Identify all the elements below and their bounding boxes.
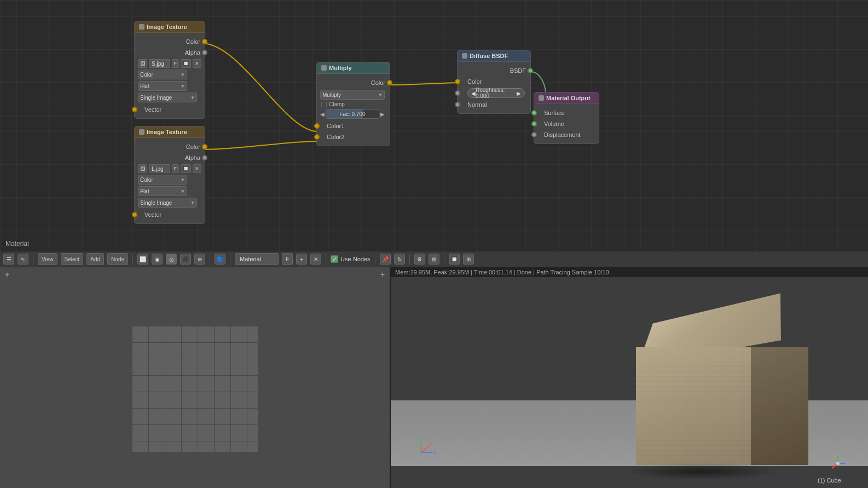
- color2-socket-in[interactable]: [314, 134, 320, 140]
- collapse-btn-output[interactable]: [539, 95, 544, 101]
- sep-2: [132, 254, 133, 265]
- node-image-texture-2[interactable]: Image Texture Color Alpha 🖼 L.jpg F 🔲 ✕: [134, 126, 205, 224]
- image-close-1[interactable]: ✕: [193, 59, 201, 68]
- view-btn[interactable]: View: [38, 253, 57, 265]
- slot-icon[interactable]: 🔵: [215, 254, 225, 265]
- left-panel-add-btn-right[interactable]: +: [378, 269, 387, 279]
- status-bar: Mem:29.95M, Peak:29.95M | Time:00:01.14 …: [391, 267, 868, 277]
- node-type-icon-3[interactable]: ◎: [166, 254, 177, 265]
- image-browse-btn-1[interactable]: 🖼: [138, 59, 147, 68]
- socket-color-out-1: Color: [135, 36, 205, 47]
- node-image-texture-1[interactable]: Image Texture Color Alpha 🖼 S.jpg F 🔲 ✕: [134, 21, 205, 119]
- use-nodes-checkbox[interactable]: ✓: [331, 255, 338, 263]
- source-selector-1[interactable]: Single Image ▼: [138, 93, 197, 102]
- material-name-field[interactable]: Material: [235, 253, 279, 265]
- add-btn[interactable]: Add: [86, 253, 104, 265]
- svg-text:Y: Y: [430, 441, 433, 446]
- color-socket-out-1[interactable]: [202, 39, 207, 44]
- bsdf-socket-out[interactable]: [528, 68, 533, 73]
- filename-1[interactable]: S.jpg: [149, 59, 170, 68]
- node-diffuse-bsdf[interactable]: Diffuse BSDF BSDF Color ◀ Roughness: 0.0…: [457, 50, 531, 114]
- node-type-icon-5[interactable]: ⊕: [194, 254, 205, 265]
- image-close-2[interactable]: ✕: [193, 164, 201, 173]
- displacement-socket-in[interactable]: [531, 132, 537, 137]
- clamp-checkbox[interactable]: [321, 102, 327, 107]
- node-title-output: Material Output: [546, 95, 591, 101]
- node-body-multiply: Color Multiply ▼ Clamp ◀: [317, 74, 390, 146]
- plus-icon[interactable]: +: [296, 254, 307, 265]
- fac-slider[interactable]: Fac: 0.700: [326, 109, 379, 119]
- f-btn-1[interactable]: F: [172, 59, 180, 68]
- roughness-slider[interactable]: ◀ Roughness: 0.000 ▶: [467, 88, 525, 98]
- blend-type-selector[interactable]: Multiply ▼: [320, 90, 385, 100]
- use-nodes-label: Use Nodes: [340, 256, 370, 262]
- node-type-icon-1[interactable]: ⬜: [137, 254, 148, 265]
- file-controls-1: 🖼 S.jpg F 🔲 ✕: [138, 59, 201, 68]
- vector-socket-in-2[interactable]: [132, 212, 137, 217]
- toolbar-menu-icon[interactable]: ☰: [3, 254, 14, 265]
- collapse-btn-multiply[interactable]: [321, 65, 327, 71]
- color-socket-out-multiply[interactable]: [387, 80, 392, 85]
- volume-socket-in[interactable]: [531, 121, 537, 127]
- vector-socket-in-1[interactable]: [132, 107, 137, 112]
- svg-line-4: [421, 446, 429, 452]
- left-panel: + +: [0, 267, 391, 488]
- node-editor[interactable]: Image Texture Color Alpha 🖼 S.jpg F 🔲 ✕: [0, 0, 868, 251]
- f-btn-2[interactable]: F: [172, 164, 180, 173]
- pin-icon[interactable]: 📌: [380, 254, 391, 265]
- color-socket-out-2[interactable]: [202, 144, 207, 150]
- collapse-btn-2[interactable]: [139, 129, 144, 135]
- image-browse-btn-2[interactable]: 🖼: [138, 164, 147, 173]
- color-socket-in-diffuse[interactable]: [455, 79, 460, 84]
- overlay-icon[interactable]: ⊞: [429, 254, 439, 265]
- node-title-2: Image Texture: [147, 129, 187, 135]
- socket-alpha-out-2: Alpha: [135, 152, 205, 163]
- node-type-icon-2[interactable]: ◉: [152, 254, 163, 265]
- toolbar: ☰ ↖ View Select Add Node ⬜ ◉ ◎ ⬛ ⊕ 🔵 Mat…: [0, 251, 868, 267]
- socket-alpha-out-1: Alpha: [135, 47, 205, 58]
- svg-point-9: [836, 462, 840, 465]
- alpha-socket-out-2[interactable]: [202, 155, 207, 160]
- roughness-socket-in[interactable]: [455, 90, 460, 96]
- alpha-socket-out-1[interactable]: [202, 50, 207, 55]
- f-btn-toolbar[interactable]: F: [282, 253, 293, 265]
- status-text: Mem:29.95M, Peak:29.95M | Time:00:01.14 …: [395, 269, 609, 275]
- normal-socket-in[interactable]: [455, 102, 460, 107]
- collapse-btn-1[interactable]: [139, 24, 144, 30]
- collapse-btn-diffuse[interactable]: [462, 53, 467, 59]
- view-icon-2[interactable]: 🔲: [449, 254, 460, 265]
- projection-selector-2[interactable]: Flat ▼: [138, 186, 187, 196]
- node-material-output[interactable]: Material Output Surface Volume Displacem…: [534, 92, 599, 144]
- node-header-diffuse: Diffuse BSDF: [458, 50, 530, 62]
- color-selector-1[interactable]: Color ▼: [138, 70, 187, 79]
- settings-icon[interactable]: ⚙: [414, 254, 425, 265]
- refresh-icon[interactable]: ↻: [394, 254, 405, 265]
- surface-socket-in[interactable]: [531, 110, 537, 116]
- source-selector-2[interactable]: Single Image ▼: [138, 198, 197, 208]
- image-settings-1[interactable]: 🔲: [181, 59, 191, 68]
- image-settings-2[interactable]: 🔲: [181, 164, 191, 173]
- projection-control-2: Flat ▼: [138, 186, 201, 196]
- x-icon[interactable]: ✕: [310, 254, 321, 265]
- toolbar-cursor-icon[interactable]: ↖: [18, 254, 28, 265]
- left-panel-add-btn[interactable]: +: [2, 269, 12, 279]
- socket-normal-in: Normal: [458, 99, 530, 110]
- node-multiply[interactable]: Multiply Color Multiply ▼ Clamp: [316, 62, 390, 146]
- fac-left-arrow[interactable]: ◀: [320, 111, 325, 117]
- node-title-diffuse: Diffuse BSDF: [470, 53, 508, 59]
- color1-socket-in[interactable]: [314, 123, 320, 129]
- filename-2[interactable]: L.jpg: [149, 164, 170, 173]
- sep-3: [210, 254, 210, 265]
- projection-selector-1[interactable]: Flat ▼: [138, 81, 187, 91]
- view-icon-3[interactable]: ⊞: [463, 254, 474, 265]
- node-body-diffuse: BSDF Color ◀ Roughness: 0.000 ▶ Normal: [458, 62, 530, 113]
- fac-right-arrow[interactable]: ▶: [380, 111, 385, 117]
- node-btn[interactable]: Node: [107, 253, 128, 265]
- socket-color-out-multiply: Color: [317, 77, 390, 88]
- node-header-output: Material Output: [534, 93, 599, 104]
- node-type-icon-4[interactable]: ⬛: [180, 254, 191, 265]
- node-title-multiply: Multiply: [329, 65, 352, 71]
- color-selector-2[interactable]: Color ▼: [138, 175, 187, 185]
- cube-label: (1) Cube: [818, 477, 841, 484]
- select-btn[interactable]: Select: [61, 253, 84, 265]
